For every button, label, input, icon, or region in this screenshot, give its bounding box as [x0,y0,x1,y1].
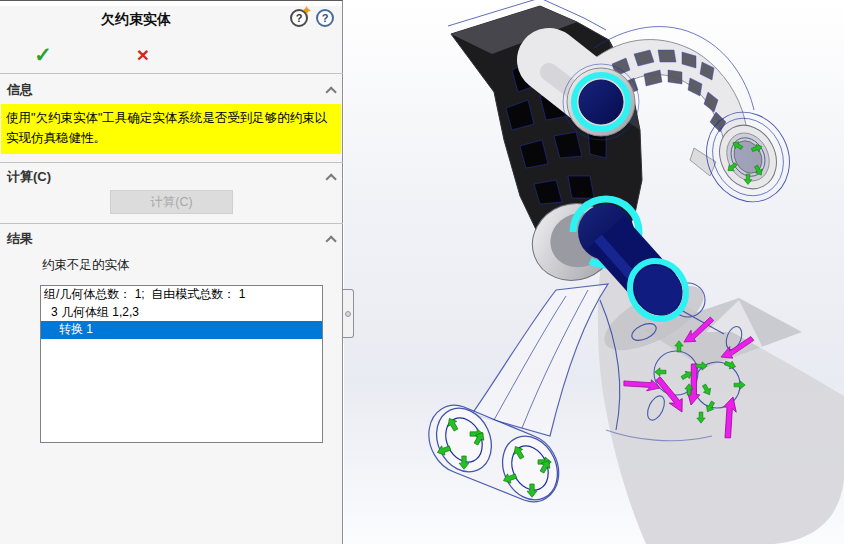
list-item[interactable]: 3 几何体组 1,2,3 [41,304,322,322]
property-manager-panel: 欠约束实体 ? ✦ ? ✓ × 信息 使用"欠约束实体"工具确定实体系统是否受到… [0,0,343,544]
info-message: 使用"欠约束实体"工具确定实体系统是否受到足够的约束以实现仿真稳健性。 [1,104,341,154]
cad-model[interactable] [344,0,844,544]
divider [0,73,343,74]
app-window: 欠约束实体 ? ✦ ? ✓ × 信息 使用"欠约束实体"工具确定实体系统是否受到… [0,0,844,544]
section-header-info[interactable]: 信息 [0,79,343,101]
chevron-up-icon[interactable] [325,235,336,246]
list-item-selected[interactable]: 转换 1 [41,321,322,339]
accept-button[interactable]: ✓ [26,43,60,67]
section-label-results: 结果 [7,230,33,248]
help-icon[interactable]: ? [316,9,334,27]
chevron-up-icon[interactable] [325,86,336,97]
compute-button[interactable]: 计算(C) [110,190,233,214]
cancel-button[interactable]: × [126,43,160,67]
question-glyph: ? [296,12,303,24]
chevron-up-icon[interactable] [325,173,336,184]
results-listbox[interactable]: 组/几何体总数： 1; 自由模式总数： 1 3 几何体组 1,2,3 转换 1 [40,285,323,443]
section-label-compute: 计算(C) [7,168,51,186]
divider [0,162,343,163]
divider [0,223,343,224]
results-sublabel: 约束不足的实体 [42,257,130,274]
section-header-results[interactable]: 结果 [0,228,343,250]
panel-splitter-handle[interactable] [343,289,354,338]
whats-new-help-icon[interactable]: ? ✦ [290,9,308,27]
section-label-info: 信息 [7,81,33,99]
panel-titlebar: 欠约束实体 ? ✦ ? [0,1,342,37]
page-title: 欠约束实体 [0,11,272,29]
star-icon: ✦ [303,5,311,16]
section-header-compute[interactable]: 计算(C) [0,166,343,188]
grip-dot-icon [345,311,351,317]
model-rod-body[interactable] [426,284,608,509]
graphics-viewport[interactable] [344,0,844,544]
list-item[interactable]: 组/几何体总数： 1; 自由模式总数： 1 [41,286,322,304]
question-glyph: ? [322,12,329,24]
confirm-row: ✓ × [0,39,342,71]
